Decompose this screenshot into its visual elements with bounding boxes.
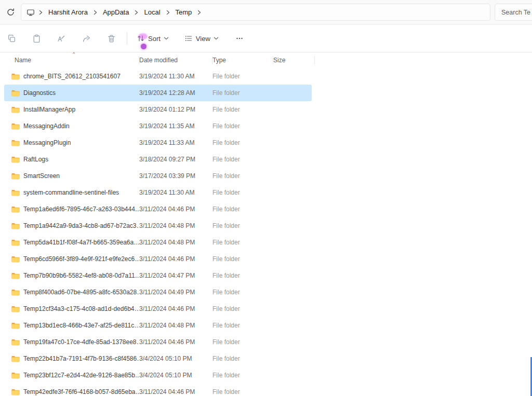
chevron-right-icon [196, 10, 202, 15]
folder-icon [11, 206, 20, 213]
folder-icon [11, 389, 20, 395]
file-type: File folder [212, 89, 273, 97]
file-type: File folder [212, 255, 273, 263]
file-row[interactable]: chrome_BITS_20612_2103541607 3/19/2024 1… [4, 68, 312, 85]
sort-label: Sort [148, 35, 161, 43]
file-row[interactable]: Temp5da41b1f-f08f-4a7f-b665-359ea6a… 3/1… [4, 234, 312, 251]
paste-button[interactable] [26, 29, 47, 48]
breadcrumb-item[interactable]: Local [139, 6, 165, 19]
file-row[interactable]: Temp1a9442a9-9da3-4cb8-ad67-b72ac3… 3/11… [4, 217, 312, 234]
file-row[interactable]: Temp13bd1ec8-466b-43e7-af25-de811c… 3/11… [4, 317, 312, 334]
share-icon [82, 34, 91, 43]
file-date-modified: 3/4/2024 05:10 PM [139, 372, 212, 379]
sort-button[interactable]: Sort [131, 29, 174, 48]
file-type: File folder [212, 172, 273, 180]
file-row[interactable]: Temp6cd5966f-3f89-4e9f-921f-e9fe2ec6… 3/… [4, 251, 312, 267]
breadcrumb-item[interactable]: AppData [98, 6, 134, 19]
rename-icon [57, 34, 66, 43]
file-row[interactable]: Diagnostics 3/19/2024 12:28 AM File fold… [4, 85, 312, 101]
file-name: Temp19fa47c0-17ce-4dfe-85ad-1378ee8… [23, 338, 139, 346]
chevron-right-icon [38, 10, 44, 15]
file-date-modified: 3/11/2024 04:46 PM [139, 206, 212, 213]
folder-icon [11, 189, 20, 196]
file-type: File folder [212, 355, 273, 362]
more-icon [235, 34, 244, 43]
refresh-button[interactable] [0, 2, 21, 23]
file-name: MessagingPlugin [23, 139, 71, 146]
file-type: File folder [212, 222, 273, 229]
chevron-down-icon [214, 37, 219, 40]
column-label: Name [15, 57, 31, 64]
file-date-modified: 3/11/2024 04:46 PM [139, 255, 212, 263]
view-label: View [196, 35, 210, 43]
file-type: File folder [212, 372, 273, 379]
file-row[interactable]: Temp23bf12c7-e2d4-42de-9126-8ae85b… 3/4/… [4, 367, 312, 384]
file-row[interactable]: RaftLogs 3/18/2024 09:27 PM File folder [4, 151, 312, 168]
view-button[interactable]: View [179, 29, 224, 48]
file-date-modified: 3/19/2024 11:30 AM [139, 189, 212, 196]
folder-icon [11, 223, 20, 229]
file-name: Temp12cf34a3-c175-4c08-ad1d-ded6b4… [23, 305, 139, 312]
breadcrumb: Harshit Arora AppData Local Temp [44, 6, 202, 19]
folder-icon [11, 123, 20, 130]
share-button[interactable] [76, 29, 97, 48]
file-name-cell: Temp1a9442a9-9da3-4cb8-ad67-b72ac3… [7, 222, 139, 229]
file-row[interactable]: Temp7b90b9b6-5582-4ef8-ab08-0d7a11… 3/11… [4, 267, 312, 284]
column-header-date-modified[interactable]: Date modified [139, 52, 212, 68]
search-input[interactable]: Search Te [495, 4, 532, 21]
more-options-button[interactable] [229, 29, 250, 48]
file-row[interactable]: Temp12cf34a3-c175-4c08-ad1d-ded6b4… 3/11… [4, 301, 312, 317]
folder-icon [11, 106, 20, 113]
file-date-modified: 3/19/2024 01:12 PM [139, 106, 212, 113]
folder-icon [11, 156, 20, 163]
copy-icon [7, 34, 16, 43]
file-type: File folder [212, 239, 273, 246]
copy-button[interactable] [1, 29, 22, 48]
delete-button[interactable] [101, 29, 122, 48]
chevron-right-icon [92, 10, 98, 15]
file-type: File folder [212, 322, 273, 329]
file-date-modified: 3/17/2024 03:39 PM [139, 172, 212, 180]
folder-icon [11, 322, 20, 329]
file-type: File folder [212, 106, 273, 113]
folder-icon [11, 90, 20, 97]
file-row[interactable]: Temp42edfe3f-76f6-4168-b057-8d65eba… 3/1… [4, 384, 312, 396]
file-row[interactable]: SmartScreen 3/17/2024 03:39 PM File fold… [4, 168, 312, 184]
file-type: File folder [212, 73, 273, 80]
file-explorer-window: Harshit Arora AppData Local Temp Search … [0, 0, 532, 396]
file-row[interactable]: Temp1a6ed6f6-7895-46c7-a263-03b444… 3/11… [4, 201, 312, 217]
file-type: File folder [212, 338, 273, 346]
refresh-icon [6, 8, 15, 17]
file-row[interactable]: MessagingPlugin 3/19/2024 11:33 AM File … [4, 134, 312, 151]
file-name-cell: Temp1a6ed6f6-7895-46c7-a263-03b444… [7, 206, 139, 213]
rename-button[interactable] [51, 29, 72, 48]
file-date-modified: 3/11/2024 04:46 PM [139, 388, 212, 395]
file-name-cell: MessagingPlugin [7, 139, 139, 146]
file-row[interactable]: Temp22b41b7a-7191-4f7b-9136-c8f4586… 3/4… [4, 350, 312, 367]
file-name: RaftLogs [23, 156, 48, 163]
search-text: Search Te [501, 9, 530, 16]
file-type: File folder [212, 189, 273, 196]
file-row[interactable]: InstallManagerApp 3/19/2024 01:12 PM Fil… [4, 101, 312, 118]
folder-icon [11, 173, 20, 180]
file-date-modified: 3/19/2024 11:33 AM [139, 139, 212, 146]
folder-icon [11, 372, 20, 379]
file-row[interactable]: Temp19fa47c0-17ce-4dfe-85ad-1378ee8… 3/1… [4, 334, 312, 350]
file-date-modified: 3/11/2024 04:48 PM [139, 222, 212, 229]
file-name-cell: Temp8f400ad6-07be-4895-a8fc-6530a28… [7, 289, 139, 296]
toolbar-divider [127, 32, 127, 45]
breadcrumb-item[interactable]: Harshit Arora [44, 6, 92, 19]
file-row[interactable]: system-commandline-sentinel-files 3/19/2… [4, 184, 312, 201]
file-name: Temp23bf12c7-e2d4-42de-9126-8ae85b… [23, 372, 139, 379]
file-date-modified: 3/19/2024 11:30 AM [139, 73, 212, 80]
file-name: InstallManagerApp [23, 106, 75, 113]
column-header-type[interactable]: Type [212, 52, 273, 68]
address-field[interactable]: Harshit Arora AppData Local Temp [21, 4, 490, 21]
file-name: system-commandline-sentinel-files [23, 189, 119, 196]
file-row[interactable]: MessagingAddin 3/19/2024 11:35 AM File f… [4, 118, 312, 134]
delete-icon [107, 34, 116, 43]
breadcrumb-item[interactable]: Temp [171, 6, 197, 19]
file-date-modified: 3/11/2024 04:48 PM [139, 322, 212, 329]
column-header-size[interactable]: Size [273, 52, 315, 68]
file-row[interactable]: Temp8f400ad6-07be-4895-a8fc-6530a28… 3/1… [4, 284, 312, 301]
